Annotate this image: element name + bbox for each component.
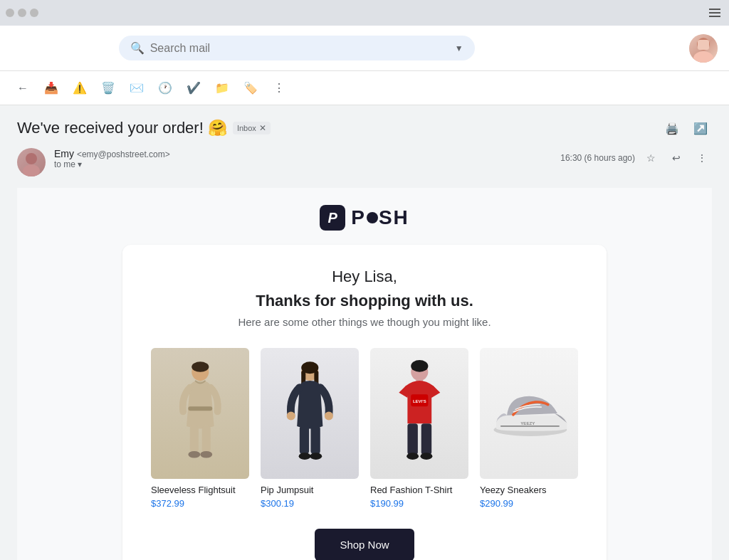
svg-point-3 bbox=[26, 153, 37, 164]
search-icon: 🔍 bbox=[130, 41, 145, 55]
product-price-1: $372.99 bbox=[151, 498, 184, 509]
product-price-3: $190.99 bbox=[370, 498, 404, 509]
user-avatar[interactable] bbox=[689, 34, 718, 63]
svg-point-1 bbox=[693, 51, 713, 63]
more-options-button[interactable]: ⋮ bbox=[692, 148, 712, 168]
email-body: P PSH Hey Lisa, Thanks for shopping with… bbox=[17, 188, 712, 560]
posh-logo-text: PSH bbox=[351, 206, 409, 229]
chrome-dot-1 bbox=[6, 9, 14, 17]
flightsuit-image bbox=[151, 348, 249, 479]
product-name-4: Yeezy Sneakers bbox=[480, 485, 546, 495]
sender-info: Emy <emy@poshstreet.com> to me ▾ bbox=[54, 148, 552, 169]
posh-logo: P PSH bbox=[17, 205, 712, 231]
svg-rect-27 bbox=[407, 423, 417, 454]
product-image-2 bbox=[261, 348, 359, 479]
posh-logo-p-icon: P bbox=[320, 205, 345, 231]
back-button[interactable]: ← bbox=[11, 77, 34, 100]
svg-point-10 bbox=[188, 451, 200, 458]
email-subject: We've received your order! 🤗 bbox=[17, 119, 227, 137]
sender-name: Emy bbox=[54, 148, 74, 159]
email-toolbar: ← 📥 ⚠️ 🗑️ ✉️ 🕐 ✔️ 📁 🏷️ ⋮ bbox=[0, 71, 729, 105]
svg-point-19 bbox=[325, 412, 333, 421]
svg-rect-2 bbox=[698, 40, 709, 50]
snooze-button[interactable]: 🕐 bbox=[154, 77, 177, 100]
posh-subtitle: Here are some other things we though you… bbox=[151, 316, 578, 328]
email-area: We've received your order! 🤗 Inbox ✕ 🖨️ … bbox=[0, 105, 729, 560]
shop-now-button[interactable]: Shop Now bbox=[315, 529, 414, 560]
posh-greeting: Hey Lisa, bbox=[151, 268, 578, 286]
product-image-3: LEVI'S bbox=[370, 348, 468, 479]
print-button[interactable]: 🖨️ bbox=[661, 117, 683, 139]
sender-name-line: Emy <emy@poshstreet.com> bbox=[54, 148, 552, 159]
sneakers-image: YEEZY bbox=[480, 348, 578, 479]
star-button[interactable]: ☆ bbox=[641, 148, 661, 168]
search-arrow-icon[interactable]: ▼ bbox=[455, 43, 463, 53]
chrome-bar bbox=[0, 0, 729, 26]
sender-email: <emy@poshstreet.com> bbox=[77, 149, 170, 159]
svg-rect-7 bbox=[188, 406, 212, 411]
sender-to[interactable]: to me ▾ bbox=[54, 159, 552, 169]
products-grid: Sleeveless Flightsuit $372.99 bbox=[151, 348, 578, 509]
search-input[interactable] bbox=[150, 42, 449, 55]
product-item-4[interactable]: YEEZY Yeezy Sneakers $290.99 bbox=[480, 348, 578, 509]
svg-point-23 bbox=[411, 360, 428, 372]
archive-button[interactable]: 📥 bbox=[40, 77, 63, 100]
move-to-button[interactable]: 📁 bbox=[211, 77, 234, 100]
product-name-1: Sleeveless Flightsuit bbox=[151, 485, 236, 495]
jumpsuit-image bbox=[261, 348, 359, 479]
gmail-header: 🔍 ▼ bbox=[0, 26, 729, 71]
label-button[interactable]: 🏷️ bbox=[239, 77, 262, 100]
email-timestamp: 16:30 (6 hours ago) bbox=[560, 153, 635, 163]
sender-row: Emy <emy@poshstreet.com> to me ▾ 16:30 (… bbox=[17, 148, 712, 176]
sender-avatar bbox=[17, 148, 46, 176]
svg-rect-16 bbox=[300, 426, 309, 455]
svg-text:YEEZY: YEEZY bbox=[520, 421, 535, 426]
svg-point-29 bbox=[407, 453, 419, 460]
avatar-image bbox=[689, 34, 718, 63]
posh-email-content: P PSH Hey Lisa, Thanks for shopping with… bbox=[17, 188, 712, 560]
badge-close-button[interactable]: ✕ bbox=[259, 123, 266, 133]
more-button[interactable]: ⋮ bbox=[268, 77, 290, 100]
svg-point-4 bbox=[23, 164, 40, 176]
posh-thanks: Thanks for shopping with us. bbox=[151, 292, 578, 310]
mark-done-button[interactable]: ✔️ bbox=[182, 77, 205, 100]
svg-point-21 bbox=[310, 453, 322, 460]
product-item-1[interactable]: Sleeveless Flightsuit $372.99 bbox=[151, 348, 249, 509]
product-item-3[interactable]: LEVI'S Red Fashion T-Shirt bbox=[370, 348, 468, 509]
svg-rect-9 bbox=[201, 426, 210, 453]
svg-rect-8 bbox=[190, 426, 199, 453]
sender-avatar-image bbox=[17, 148, 46, 176]
posh-card: Hey Lisa, Thanks for shopping with us. H… bbox=[122, 245, 607, 560]
product-image-1 bbox=[151, 348, 249, 479]
svg-point-30 bbox=[420, 453, 432, 460]
chrome-dots bbox=[6, 9, 38, 17]
svg-text:LEVI'S: LEVI'S bbox=[413, 400, 426, 404]
delete-button[interactable]: 🗑️ bbox=[97, 77, 120, 100]
tshirt-image: LEVI'S bbox=[370, 348, 468, 479]
product-name-3: Red Fashion T-Shirt bbox=[370, 485, 452, 495]
chrome-dot-3 bbox=[30, 9, 38, 17]
product-price-2: $300.19 bbox=[261, 498, 294, 509]
email-subject-row: We've received your order! 🤗 Inbox ✕ 🖨️ … bbox=[17, 117, 712, 139]
subject-actions: 🖨️ ↗️ bbox=[661, 117, 712, 139]
svg-rect-17 bbox=[310, 426, 320, 455]
search-bar[interactable]: 🔍 ▼ bbox=[119, 36, 475, 60]
reply-button[interactable]: ↩ bbox=[666, 148, 686, 168]
open-new-window-button[interactable]: ↗️ bbox=[689, 117, 712, 139]
inbox-label: Inbox bbox=[237, 124, 256, 132]
svg-point-6 bbox=[192, 362, 209, 372]
svg-point-11 bbox=[200, 451, 212, 458]
product-item-2[interactable]: Pip Jumpsuit $300.19 bbox=[261, 348, 359, 509]
product-name-2: Pip Jumpsuit bbox=[261, 485, 313, 495]
spam-button[interactable]: ⚠️ bbox=[68, 77, 91, 100]
svg-point-18 bbox=[286, 412, 295, 421]
mark-unread-button[interactable]: ✉️ bbox=[125, 77, 148, 100]
svg-point-20 bbox=[298, 453, 310, 460]
product-price-4: $290.99 bbox=[480, 498, 513, 509]
product-image-4: YEEZY bbox=[480, 348, 578, 479]
chrome-dot-2 bbox=[18, 9, 26, 17]
inbox-badge[interactable]: Inbox ✕ bbox=[233, 122, 271, 134]
sender-meta: 16:30 (6 hours ago) ☆ ↩ ⋮ bbox=[560, 148, 712, 168]
chrome-menu-button[interactable] bbox=[706, 6, 723, 20]
svg-rect-28 bbox=[421, 423, 431, 454]
